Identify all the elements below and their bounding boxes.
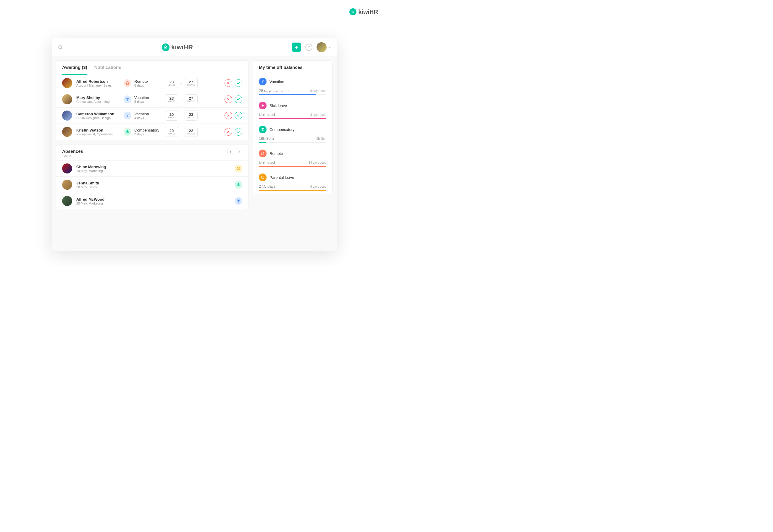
type-days: 5 days <box>134 84 148 87</box>
avatar <box>62 163 72 173</box>
balance-item: Parental leave27.5 days0 days used <box>253 170 332 194</box>
svg-marker-34 <box>237 184 240 186</box>
balance-item: RemoteUnlimited14 days used <box>253 146 332 170</box>
date-to: 22MAY 21 <box>184 127 198 137</box>
person-role: UI/UX Designer, Design <box>76 116 124 120</box>
app-window: kiwiHR ? ▾ Awaiting (3) Notifications Al… <box>52 38 337 251</box>
reject-button[interactable] <box>225 128 232 136</box>
balance-available: Unlimited <box>259 160 275 165</box>
header: kiwiHR ? ▾ <box>52 38 337 56</box>
kiwi-icon <box>349 8 356 15</box>
avatar <box>317 42 327 52</box>
avatar <box>62 78 72 88</box>
person-role: Consultant, Accounting <box>76 100 124 103</box>
person-role: Recepcionist, Operations <box>76 132 124 136</box>
absences-card: Absences TODAY Chloe Merowing20 May, Mar… <box>56 144 249 209</box>
tab-notifications[interactable]: Notifications <box>94 61 121 75</box>
balance-name: Vacation <box>270 80 284 84</box>
svg-line-8 <box>354 11 354 12</box>
avatar <box>62 127 72 137</box>
person-name: Chloe Merowing <box>76 165 106 169</box>
svg-line-16 <box>164 46 165 47</box>
svg-line-18 <box>164 48 165 48</box>
corner-logo: kiwiHR <box>349 8 378 15</box>
arrow-right-icon: → <box>180 130 183 134</box>
tab-awaiting[interactable]: Awaiting (3) <box>62 61 87 75</box>
avatar <box>62 196 72 206</box>
type-label: Vacation <box>134 112 149 116</box>
help-button[interactable]: ? <box>305 44 312 51</box>
balance-bar <box>259 118 326 119</box>
request-row: Cameron WilliamsonUI/UX Designer, Design… <box>56 108 248 124</box>
request-row: Alfred RobertsonAccount Manager, SalesRe… <box>56 75 248 91</box>
header-logo: kiwiHR <box>162 43 193 51</box>
balance-item: Vacation28 days available5 days used <box>253 74 332 98</box>
reject-button[interactable] <box>225 79 232 87</box>
clock-icon <box>259 173 267 181</box>
absence-detail: 20 May, Sales <box>76 185 99 189</box>
balance-available: Unlimited <box>259 112 275 117</box>
balance-available: 16h 30m <box>259 136 274 141</box>
balance-bar <box>259 190 326 191</box>
palm-icon <box>235 197 242 205</box>
type-days: 4 days <box>134 116 149 120</box>
balance-used: 3 days used <box>310 113 326 116</box>
balance-used: 14 days used <box>309 161 327 164</box>
person-name: Alfred Robertson <box>76 79 124 84</box>
date-range: 23MAY 21→27MAY 21 <box>165 78 198 88</box>
balance-used: 0h 00m <box>317 137 326 140</box>
plus-icon <box>259 102 267 109</box>
arrow-right-icon: → <box>180 114 183 117</box>
arrow-right-icon: → <box>180 82 183 85</box>
home-icon <box>259 150 267 157</box>
approve-button[interactable] <box>235 128 242 136</box>
svg-line-19 <box>166 46 167 47</box>
approve-button[interactable] <box>235 79 242 87</box>
approve-button[interactable] <box>235 95 242 103</box>
user-menu[interactable]: ▾ <box>317 42 331 52</box>
absence-row: Chloe Merowing20 May, Marketing <box>56 160 248 176</box>
balance-bar <box>259 166 326 167</box>
request-row: Mary ShellbyConsultant, AccountingVacati… <box>56 91 248 108</box>
date-from: 23MAY 21 <box>165 78 178 88</box>
balance-bar <box>259 94 326 95</box>
absence-row: Jenna Smith20 May, Sales <box>56 176 248 193</box>
svg-line-17 <box>166 48 167 48</box>
layers-icon <box>259 126 267 133</box>
balance-used: 0 days used <box>310 185 326 188</box>
reject-button[interactable] <box>225 112 232 119</box>
svg-point-11 <box>165 47 166 48</box>
kiwi-icon <box>162 43 169 51</box>
person-name: Mary Shellby <box>76 95 124 100</box>
date-range: 20MAY 21→22MAY 21 <box>165 127 198 137</box>
balance-name: Compensatory <box>270 127 295 132</box>
balances-card: My time off balances Vacation28 days ava… <box>253 60 333 194</box>
prev-button[interactable] <box>228 149 234 155</box>
balance-available: 28 days available <box>259 88 289 93</box>
tabs: Awaiting (3) Notifications <box>56 61 248 75</box>
person-name: Alfred McWood <box>76 197 104 202</box>
balance-used: 5 days used <box>310 89 326 93</box>
svg-marker-38 <box>261 129 265 131</box>
approve-button[interactable] <box>235 112 242 119</box>
layers-icon <box>124 128 131 136</box>
person-name: Kristin Watson <box>76 128 124 132</box>
reject-button[interactable] <box>225 95 232 103</box>
type-label: Vacation <box>134 95 149 100</box>
person-name: Jenna Smith <box>76 181 99 185</box>
absence-detail: 20 May, Marketing <box>76 169 106 173</box>
chevron-down-icon: ▾ <box>329 45 331 49</box>
search-icon[interactable] <box>58 45 63 50</box>
request-row: Kristin WatsonRecepcionist, OperationsCo… <box>56 124 248 140</box>
type-days: 2 days <box>134 132 159 136</box>
svg-line-6 <box>354 12 354 13</box>
next-button[interactable] <box>236 149 242 155</box>
arrow-right-icon: → <box>180 98 183 101</box>
avatar <box>62 180 72 190</box>
add-button[interactable] <box>292 43 301 52</box>
absences-title: Absences <box>62 149 83 154</box>
layers-icon <box>235 181 242 189</box>
absence-detail: 20 May, Marketing <box>76 202 104 205</box>
brand-text: kiwiHR <box>171 43 193 51</box>
absence-row: Alfred McWood20 May, Marketing <box>56 193 248 209</box>
